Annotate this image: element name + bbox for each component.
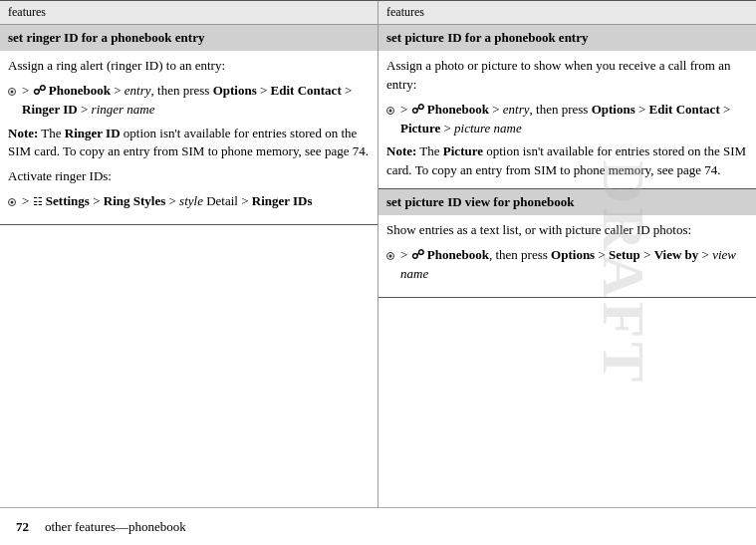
right-column: features set picture ID for a phonebook …: [378, 1, 756, 507]
picture-nav-1: > ☍ Phonebook > entry, then press Option…: [400, 101, 748, 138]
ringer-nav-2: > ☷ Settings > Ring Styles > style Detai…: [22, 192, 313, 211]
bullet-dot-1: [8, 83, 18, 100]
picture-view-nav: > ☍ Phonebook, then press Options > Setu…: [400, 246, 748, 284]
settings-grid-icon: ☷: [33, 195, 43, 207]
phonebook-icon-3: ☍: [411, 247, 424, 262]
ringer-note: Note: The Ringer ID option isn't availab…: [8, 125, 370, 162]
dot-icon-4: [386, 252, 394, 260]
footer-text: other features—phonebook: [45, 519, 186, 535]
footer: 72 other features—phonebook: [0, 507, 756, 545]
ringer-id-title: set ringer ID for a phonebook entry: [0, 25, 378, 51]
left-column: features set ringer ID for a phonebook e…: [0, 1, 378, 507]
dot-icon-2: [8, 198, 16, 206]
dot-icon-3: [386, 107, 394, 115]
phonebook-icon-2: ☍: [411, 102, 424, 117]
picture-id-title: set picture ID for a phonebook entry: [378, 25, 756, 51]
ringer-activate-label: Activate ringer IDs:: [8, 167, 370, 186]
page-wrapper: features set ringer ID for a phonebook e…: [0, 0, 756, 545]
picture-bullet-1: > ☍ Phonebook > entry, then press Option…: [386, 101, 748, 138]
bullet-dot-2: [8, 193, 18, 210]
bullet-dot-3: [386, 102, 396, 119]
ringer-id-section: set ringer ID for a phonebook entry Assi…: [0, 25, 378, 225]
right-col-header: features: [378, 1, 756, 25]
ringer-id-body: Assign a ring alert (ringer ID) to an en…: [0, 51, 378, 224]
left-header-label: features: [8, 5, 46, 19]
picture-view-intro: Show entries as a text list, or with pic…: [386, 221, 748, 240]
ringer-nav-1: > ☍ Phonebook > entry, then press Option…: [22, 82, 370, 120]
phonebook-icon-label: ☍: [33, 83, 46, 98]
right-header-label: features: [386, 5, 424, 19]
ringer-intro: Assign a ring alert (ringer ID) to an en…: [8, 57, 370, 76]
picture-view-bullet: > ☍ Phonebook, then press Options > Setu…: [386, 246, 748, 284]
picture-id-body: Assign a photo or picture to show when y…: [378, 51, 756, 188]
picture-view-section: set picture ID view for phonebook Show e…: [378, 189, 756, 298]
ringer-bullet-1: > ☍ Phonebook > entry, then press Option…: [8, 82, 370, 120]
page-container: features set ringer ID for a phonebook e…: [0, 0, 756, 545]
picture-view-title: set picture ID view for phonebook: [378, 189, 756, 215]
picture-id-section: set picture ID for a phonebook entry Ass…: [378, 25, 756, 189]
left-col-header: features: [0, 1, 378, 25]
page-number: 72: [16, 519, 29, 535]
picture-view-body: Show entries as a text list, or with pic…: [378, 215, 756, 297]
main-content: features set ringer ID for a phonebook e…: [0, 0, 756, 507]
picture-note: Note: The Picture option isn't available…: [386, 142, 748, 180]
picture-intro: Assign a photo or picture to show when y…: [386, 57, 748, 95]
dot-icon-1: [8, 88, 16, 96]
bullet-dot-4: [386, 247, 396, 264]
ringer-bullet-2: > ☷ Settings > Ring Styles > style Detai…: [8, 192, 370, 211]
